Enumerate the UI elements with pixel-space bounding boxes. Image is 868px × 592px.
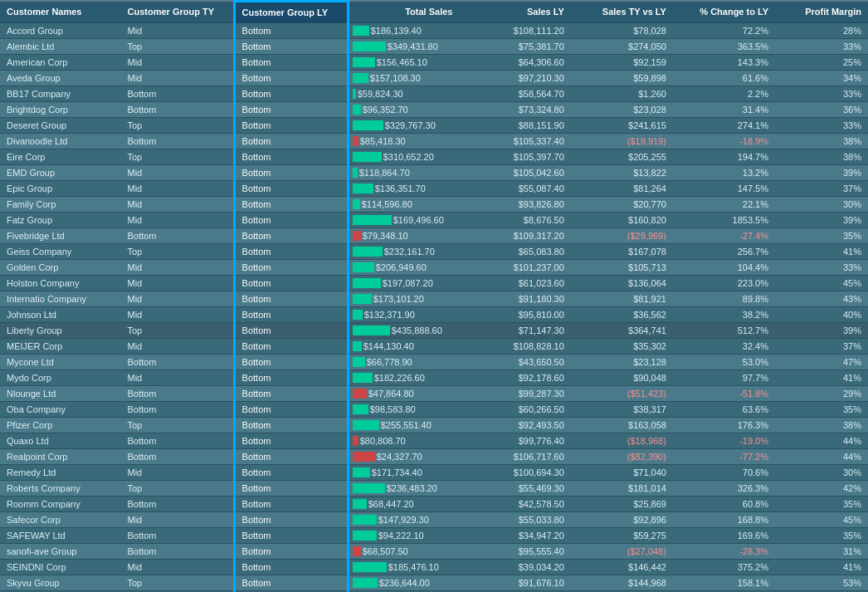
cell-salesLY: $95,810.00 bbox=[459, 307, 570, 323]
cell-groupTY: Bottom bbox=[121, 134, 235, 149]
col-header-profitMargin[interactable]: Profit Margin bbox=[775, 2, 868, 23]
cell-groupLY: Bottom bbox=[234, 118, 348, 134]
cell-groupLY: Bottom bbox=[234, 497, 348, 512]
cell-profitMargin: 37% bbox=[775, 339, 868, 355]
cell-salesTYvsLY: $71,040 bbox=[571, 465, 673, 481]
cell-totalSales: $68,507.50 bbox=[348, 544, 459, 560]
cell-profitMargin: 33% bbox=[775, 260, 868, 276]
cell-groupLY: Bottom bbox=[234, 465, 348, 481]
table-row: Family CorpMidBottom$114,596.80$93,826.8… bbox=[0, 197, 868, 213]
cell-salesLY: $105,337.40 bbox=[459, 134, 570, 149]
cell-name: Nlounge Ltd bbox=[0, 386, 121, 402]
cell-salesLY: $34,947.20 bbox=[459, 528, 570, 544]
cell-groupTY: Mid bbox=[121, 307, 235, 323]
cell-profitMargin: 42% bbox=[775, 481, 868, 497]
cell-profitMargin: 35% bbox=[775, 528, 868, 544]
cell-groupTY: Mid bbox=[121, 276, 235, 291]
cell-totalSales: $24,327.70 bbox=[348, 449, 459, 465]
cell-salesTYvsLY: $81,921 bbox=[571, 291, 673, 307]
cell-salesLY: $93,826.80 bbox=[459, 197, 570, 213]
cell-groupTY: Mid bbox=[121, 213, 235, 228]
cell-groupLY: Bottom bbox=[234, 134, 348, 149]
cell-salesTYvsLY: $23,028 bbox=[571, 102, 673, 118]
col-header-pctChange[interactable]: % Change to LY bbox=[673, 2, 775, 23]
cell-groupTY: Mid bbox=[121, 55, 235, 71]
cell-pctChange: 168.8% bbox=[673, 512, 775, 528]
table-row: Nlounge LtdBottomBottom$47,864.80$99,287… bbox=[0, 386, 868, 402]
data-table: Customer Names Customer Group TY Custome… bbox=[0, 0, 868, 592]
cell-salesTYvsLY: $92,159 bbox=[571, 55, 673, 71]
cell-groupTY: Bottom bbox=[121, 433, 235, 449]
cell-profitMargin: 35% bbox=[775, 402, 868, 418]
cell-groupLY: Bottom bbox=[234, 149, 348, 165]
table-row: Golden CorpMidBottom$206,949.60$101,237.… bbox=[0, 260, 868, 276]
cell-pctChange: 32.4% bbox=[673, 339, 775, 355]
cell-salesLY: $65,083.80 bbox=[459, 244, 570, 260]
cell-groupLY: Bottom bbox=[234, 528, 348, 544]
cell-pctChange: -19.0% bbox=[673, 433, 775, 449]
cell-pctChange: 143.3% bbox=[673, 55, 775, 71]
cell-pctChange: 274.1% bbox=[673, 118, 775, 134]
cell-salesLY: $39,034.20 bbox=[459, 560, 570, 575]
cell-pctChange: 53.0% bbox=[673, 355, 775, 370]
cell-groupLY: Bottom bbox=[234, 181, 348, 197]
cell-groupTY: Top bbox=[121, 481, 235, 497]
cell-salesLY: $108,828.10 bbox=[459, 339, 570, 355]
main-table-container[interactable]: Customer Names Customer Group TY Custome… bbox=[0, 0, 868, 592]
col-header-name[interactable]: Customer Names bbox=[0, 2, 121, 23]
cell-name: Internatio Company bbox=[0, 291, 121, 307]
cell-groupTY: Top bbox=[121, 39, 235, 55]
cell-salesLY: $58,564.70 bbox=[459, 86, 570, 102]
cell-pctChange: 70.6% bbox=[673, 465, 775, 481]
cell-profitMargin: 36% bbox=[775, 102, 868, 118]
col-header-salesLY[interactable]: Sales LY bbox=[459, 2, 570, 23]
cell-salesTYvsLY: $136,064 bbox=[571, 276, 673, 291]
cell-profitMargin: 38% bbox=[775, 418, 868, 433]
cell-name: Remedy Ltd bbox=[0, 465, 121, 481]
col-header-totalSales[interactable]: Total Sales bbox=[348, 2, 459, 23]
table-row: BB17 CompanyBottomBottom$59,824.30$58,56… bbox=[0, 86, 868, 102]
cell-profitMargin: 30% bbox=[775, 465, 868, 481]
cell-salesLY: $105,042.60 bbox=[459, 165, 570, 181]
cell-name: Aveda Group bbox=[0, 71, 121, 86]
table-row: American CorpMidBottom$156,465.10$64,306… bbox=[0, 55, 868, 71]
cell-profitMargin: 41% bbox=[775, 560, 868, 575]
cell-groupLY: Bottom bbox=[234, 370, 348, 386]
cell-totalSales: $236,644.00 bbox=[348, 575, 459, 591]
cell-groupLY: Bottom bbox=[234, 260, 348, 276]
cell-pctChange: 60.8% bbox=[673, 497, 775, 512]
cell-name: EMD Group bbox=[0, 165, 121, 181]
cell-totalSales: $59,824.30 bbox=[348, 86, 459, 102]
cell-salesLY: $100,694.30 bbox=[459, 465, 570, 481]
cell-groupTY: Mid bbox=[121, 197, 235, 213]
table-row: sanofi-ave GroupBottomBottom$68,507.50$9… bbox=[0, 544, 868, 560]
table-row: Safecor CorpMidBottom$147,929.30$55,033.… bbox=[0, 512, 868, 528]
cell-groupTY: Bottom bbox=[121, 449, 235, 465]
cell-groupTY: Mid bbox=[121, 512, 235, 528]
cell-profitMargin: 34% bbox=[775, 71, 868, 86]
cell-salesTYvsLY: $25,869 bbox=[571, 497, 673, 512]
table-row: Mycone LtdBottomBottom$66,778.90$43,650.… bbox=[0, 355, 868, 370]
col-header-groupTY[interactable]: Customer Group TY bbox=[121, 2, 235, 23]
cell-totalSales: $79,348.10 bbox=[348, 228, 459, 244]
cell-salesTYvsLY: $1,260 bbox=[571, 86, 673, 102]
cell-groupLY: Bottom bbox=[234, 86, 348, 102]
cell-salesTYvsLY: $364,741 bbox=[571, 323, 673, 339]
cell-name: American Corp bbox=[0, 55, 121, 71]
cell-name: Pfizer Corp bbox=[0, 418, 121, 433]
cell-profitMargin: 39% bbox=[775, 323, 868, 339]
cell-name: Epic Group bbox=[0, 181, 121, 197]
cell-pctChange: 97.7% bbox=[673, 370, 775, 386]
cell-groupLY: Bottom bbox=[234, 165, 348, 181]
cell-groupLY: Bottom bbox=[234, 402, 348, 418]
cell-groupLY: Bottom bbox=[234, 323, 348, 339]
cell-name: Deseret Group bbox=[0, 118, 121, 134]
table-row: Mydo CorpMidBottom$182,226.60$92,178.60$… bbox=[0, 370, 868, 386]
cell-profitMargin: 45% bbox=[775, 512, 868, 528]
col-header-groupLY[interactable]: Customer Group LY bbox=[234, 2, 348, 23]
col-header-salesTYvsLY[interactable]: Sales TY vs LY bbox=[571, 2, 673, 23]
cell-profitMargin: 33% bbox=[775, 86, 868, 102]
cell-totalSales: $255,551.40 bbox=[348, 418, 459, 433]
cell-groupLY: Bottom bbox=[234, 102, 348, 118]
table-row: EMD GroupMidBottom$118,864.70$105,042.60… bbox=[0, 165, 868, 181]
